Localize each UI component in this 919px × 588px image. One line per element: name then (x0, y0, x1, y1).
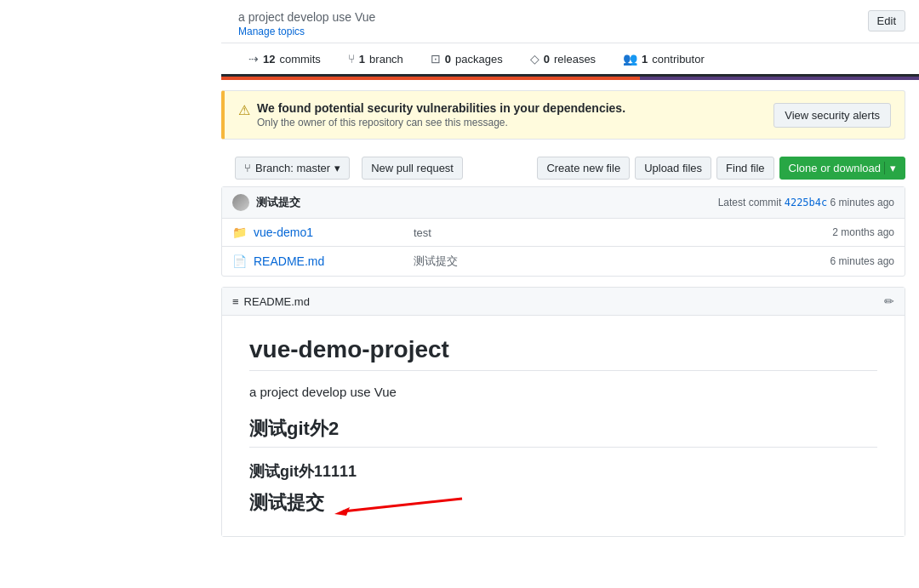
releases-label: releases (554, 53, 596, 66)
file-time: 2 months ago (832, 226, 894, 238)
releases-stat[interactable]: ◇ 0 releases (517, 43, 609, 77)
releases-icon: ◇ (530, 52, 539, 66)
alert-text: We found potential security vulnerabilit… (257, 101, 625, 128)
left-actions: ⑂ Branch: master ▾ New pull request (235, 157, 463, 180)
folder-icon: 📁 (232, 225, 247, 239)
file-commit-msg: 测试提交 (414, 254, 824, 269)
contributors-stat[interactable]: 👥 1 contributor (609, 43, 718, 77)
upload-files-button[interactable]: Upload files (635, 157, 711, 180)
readme-h1: vue-demo-project (249, 336, 877, 371)
package-icon: ⊡ (431, 52, 441, 66)
svg-line-0 (343, 499, 462, 511)
svg-marker-1 (334, 507, 350, 516)
readme-description: a project develop use Vue (249, 385, 877, 399)
readme-body: vue-demo-project a project develop use V… (222, 316, 905, 536)
file-row: 📁 vue-demo1 test 2 months ago (222, 219, 905, 247)
right-actions: Create new file Upload files Find file C… (537, 157, 905, 180)
commit-meta: Latest commit 4225b4c 6 minutes ago (718, 197, 894, 208)
releases-count: 0 (544, 53, 550, 66)
commits-icon: ⇢ (248, 52, 259, 66)
file-name-link[interactable]: vue-demo1 (254, 225, 407, 239)
alert-content: ⚠ We found potential security vulnerabil… (238, 101, 625, 128)
manage-topics-link[interactable]: Manage topics (238, 26, 375, 37)
file-icon: 📄 (232, 254, 247, 268)
readme-section: ≡ README.md ✏ vue-demo-project a project… (221, 287, 905, 537)
contributors-icon: 👥 (623, 52, 637, 66)
branch-icon: ⑂ (348, 52, 355, 66)
clone-download-button[interactable]: Clone or download ▾ (779, 157, 905, 180)
contributors-count: 1 (642, 53, 648, 66)
create-new-file-button[interactable]: Create new file (537, 157, 630, 180)
alert-subtitle: Only the owner of this repository can se… (257, 117, 625, 128)
avatar (232, 194, 249, 211)
branch-icon-small: ⑂ (244, 162, 251, 174)
edit-readme-icon[interactable]: ✏ (884, 294, 894, 308)
readme-filename: README.md (244, 295, 310, 308)
red-arrow-annotation (334, 490, 471, 516)
branch-name: Branch: master (255, 162, 330, 174)
commit-time: 6 minutes ago (831, 197, 894, 208)
edit-button[interactable]: Edit (868, 10, 905, 31)
file-row: 📄 README.md 测试提交 6 minutes ago (222, 247, 905, 276)
packages-label: packages (455, 53, 503, 66)
readme-header: ≡ README.md ✏ (222, 288, 905, 316)
page-container: a project develop use Vue Manage topics … (0, 0, 919, 588)
commits-label: commits (279, 53, 320, 66)
alert-title: We found potential security vulnerabilit… (257, 101, 625, 115)
warning-icon: ⚠ (238, 102, 250, 118)
latest-commit-prefix: Latest commit (718, 197, 782, 208)
readme-title: ≡ README.md (232, 295, 310, 308)
packages-count: 0 (445, 53, 451, 66)
view-security-button[interactable]: View security alerts (773, 103, 891, 128)
file-time: 6 minutes ago (831, 255, 894, 267)
stats-bar: ⇢ 12 commits ⑂ 1 branch ⊡ 0 packages ◇ 0… (221, 43, 919, 77)
commit-author-info: 测试提交 (232, 194, 300, 211)
commits-count: 12 (263, 53, 275, 66)
clone-label: Clone or download (789, 162, 881, 174)
language-bar (221, 77, 919, 80)
branch-label: branch (369, 53, 403, 66)
commit-header: 测试提交 Latest commit 4225b4c 6 minutes ago (222, 187, 905, 219)
file-name-link[interactable]: README.md (254, 254, 407, 268)
top-bar: a project develop use Vue Manage topics … (0, 0, 919, 43)
file-commit-msg: test (414, 226, 825, 239)
readme-icon: ≡ (232, 295, 239, 308)
readme-h2-2: 测试提交 (249, 490, 324, 516)
new-pull-request-button[interactable]: New pull request (362, 157, 463, 180)
commit-hash[interactable]: 4225b4c (785, 197, 828, 208)
packages-stat[interactable]: ⊡ 0 packages (417, 43, 517, 77)
contributors-label: contributor (652, 53, 704, 66)
readme-h2-1: 测试git外2 (249, 416, 877, 448)
branch-selector[interactable]: ⑂ Branch: master ▾ (235, 157, 350, 180)
file-actions-bar: ⑂ Branch: master ▾ New pull request Crea… (221, 150, 919, 186)
commits-stat[interactable]: ⇢ 12 commits (235, 43, 334, 77)
file-table: 测试提交 Latest commit 4225b4c 6 minutes ago… (221, 186, 905, 277)
security-alert: ⚠ We found potential security vulnerabil… (221, 90, 905, 140)
repo-description: a project develop use Vue (238, 10, 375, 24)
annotated-section: 测试提交 (249, 490, 877, 516)
repo-info: a project develop use Vue Manage topics (238, 10, 375, 37)
branch-count: 1 (359, 53, 365, 66)
commit-message: 测试提交 (256, 195, 300, 210)
readme-h3-1: 测试git外11111 (249, 461, 877, 482)
find-file-button[interactable]: Find file (716, 157, 774, 180)
clone-dropdown-arrow: ▾ (884, 162, 896, 174)
branches-stat[interactable]: ⑂ 1 branch (334, 43, 417, 77)
chevron-down-icon: ▾ (334, 162, 340, 174)
